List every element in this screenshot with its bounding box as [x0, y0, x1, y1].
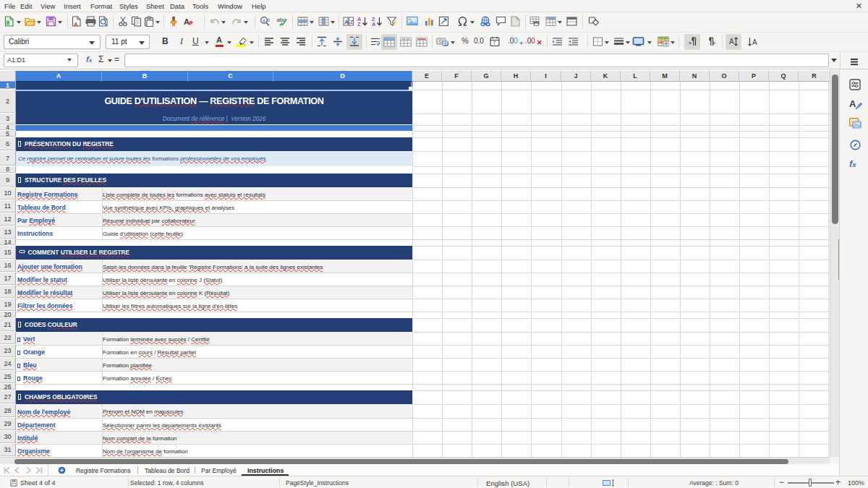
svg-text:A: A [344, 19, 349, 25]
svg-text:Z: Z [350, 19, 354, 25]
svg-text:12: 12 [444, 42, 448, 46]
svg-text:Z: Z [357, 21, 361, 27]
svg-text:A: A [729, 38, 734, 46]
svg-text:A: A [752, 38, 757, 46]
svg-text:A: A [74, 21, 78, 27]
svg-text:a: a [263, 18, 265, 23]
svg-text:7: 7 [493, 40, 496, 46]
svg-text:d: d [267, 17, 270, 22]
svg-text:A: A [184, 17, 190, 26]
svg-text:A: A [372, 21, 376, 27]
